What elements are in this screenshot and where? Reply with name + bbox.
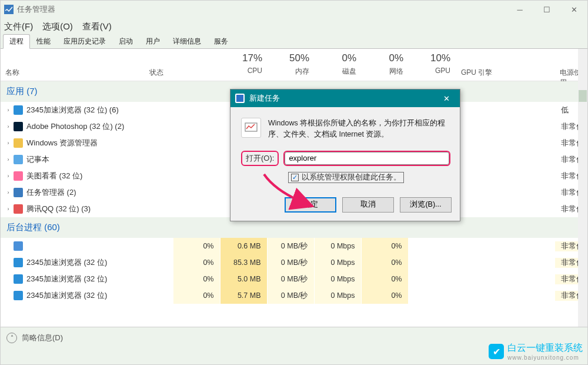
- col-cpu[interactable]: 17%CPU: [221, 49, 268, 81]
- process-icon: [14, 188, 23, 197]
- process-icon: [14, 171, 23, 181]
- expand-icon[interactable]: ›: [1, 140, 11, 146]
- process-name: 2345加速浏览器 (32 位) (6): [26, 105, 238, 115]
- expand-icon[interactable]: ›: [1, 206, 11, 212]
- col-name[interactable]: 名称: [1, 49, 145, 81]
- watermark: ✔ 白云一键重装系统 www.baiyunxitong.com: [489, 342, 583, 361]
- tab-performance[interactable]: 性能: [30, 34, 57, 48]
- expand-icon[interactable]: ›: [1, 157, 11, 162]
- svg-rect-1: [236, 95, 243, 102]
- browse-button[interactable]: 浏览(B)...: [400, 197, 452, 213]
- menu-options[interactable]: 选项(O): [42, 21, 73, 32]
- process-icon: [14, 155, 23, 164]
- dialog-close-button[interactable]: ✕: [437, 94, 455, 103]
- process-icon: [14, 291, 23, 300]
- process-icon: [14, 138, 23, 148]
- tab-services[interactable]: 服务: [208, 34, 235, 48]
- col-net[interactable]: 0%网络: [362, 49, 409, 81]
- column-headers: 名称 状态 17%CPU 50%内存 0%磁盘 0%网络 10%GPU GPU …: [1, 49, 587, 81]
- menu-bar: 文件(F) 选项(O) 查看(V): [1, 18, 587, 35]
- run-icon: [241, 118, 261, 138]
- col-gpu-engine[interactable]: GPU 引擎: [456, 49, 555, 81]
- cancel-button[interactable]: 取消: [342, 197, 394, 213]
- menu-file[interactable]: 文件(F): [4, 21, 33, 32]
- process-icon: [14, 105, 23, 115]
- app-icon: [4, 5, 14, 14]
- open-label: 打开(O):: [241, 151, 279, 166]
- process-icon: [14, 241, 23, 251]
- col-gpu[interactable]: 10%GPU: [409, 49, 456, 81]
- expand-icon[interactable]: ›: [1, 173, 11, 179]
- process-icon: [14, 122, 23, 131]
- dialog-title-bar[interactable]: 新建任务 ✕: [230, 89, 460, 107]
- process-name: Adobe Photoshop (32 位) (2): [26, 121, 238, 132]
- tab-processes[interactable]: 进程: [3, 34, 30, 49]
- title-bar[interactable]: 任务管理器 ─ ☐ ✕: [1, 1, 587, 18]
- process-name: 2345加速浏览器 (32 位): [26, 257, 173, 268]
- process-name: 任务管理器 (2): [26, 187, 238, 198]
- process-name: 2345加速浏览器 (32 位): [26, 290, 173, 301]
- dialog-icon: [235, 94, 245, 103]
- admin-label: 以系统管理权限创建此任务。: [302, 172, 401, 182]
- dialog-title: 新建任务: [249, 93, 280, 104]
- col-mem[interactable]: 50%内存: [268, 49, 315, 81]
- scrollbar-thumb[interactable]: [579, 90, 587, 102]
- expand-icon[interactable]: ›: [1, 124, 11, 130]
- svg-rect-0: [4, 5, 14, 14]
- tab-startup[interactable]: 启动: [112, 34, 139, 48]
- watermark-icon: ✔: [489, 344, 504, 359]
- process-name: 腾讯QQ (32 位) (3): [26, 204, 238, 214]
- tab-users[interactable]: 用户: [139, 34, 166, 48]
- col-status[interactable]: 状态: [145, 49, 221, 81]
- process-row[interactable]: 0%0.6 MB0 MB/秒0 Mbps0%非常低: [1, 238, 587, 254]
- expand-icon[interactable]: ›: [1, 107, 11, 113]
- tab-details[interactable]: 详细信息: [166, 34, 208, 48]
- tab-bar: 进程 性能 应用历史记录 启动 用户 详细信息 服务: [1, 35, 587, 49]
- menu-view[interactable]: 查看(V): [82, 21, 112, 32]
- expand-icon[interactable]: ›: [1, 190, 11, 195]
- scrollbar[interactable]: [578, 49, 587, 327]
- open-input[interactable]: [285, 152, 449, 165]
- task-manager-window: 任务管理器 ─ ☐ ✕ 文件(F) 选项(O) 查看(V) 进程 性能 应用历史…: [0, 0, 588, 365]
- close-button[interactable]: ✕: [560, 1, 587, 18]
- simple-info-button[interactable]: 简略信息(D): [22, 333, 63, 343]
- process-row[interactable]: 2345加速浏览器 (32 位)0%85.3 MB0 MB/秒0 Mbps0%非…: [1, 254, 587, 271]
- process-name: 美图看看 (32 位): [26, 171, 238, 181]
- col-disk[interactable]: 0%磁盘: [315, 49, 362, 81]
- dialog-message: Windows 将根据你所键入的名称，为你打开相应的程序、文件夹、文档或 Int…: [268, 118, 449, 140]
- process-name: 2345加速浏览器 (32 位): [26, 274, 173, 284]
- process-row[interactable]: 2345加速浏览器 (32 位)0%5.7 MB0 MB/秒0 Mbps0%非常…: [1, 287, 587, 304]
- maximize-button[interactable]: ☐: [533, 1, 560, 18]
- process-icon: [14, 274, 23, 284]
- process-name: 记事本: [26, 154, 238, 165]
- ok-button[interactable]: 确定: [285, 197, 336, 213]
- window-title: 任务管理器: [17, 4, 584, 15]
- minimize-button[interactable]: ─: [506, 1, 533, 18]
- admin-checkbox[interactable]: ✓: [291, 174, 299, 181]
- process-icon: [14, 204, 23, 214]
- tab-history[interactable]: 应用历史记录: [57, 34, 112, 48]
- collapse-icon[interactable]: ˄: [6, 333, 17, 343]
- process-icon: [14, 258, 23, 267]
- process-name: Windows 资源管理器: [26, 138, 238, 148]
- process-row[interactable]: 2345加速浏览器 (32 位)0%5.0 MB0 MB/秒0 Mbps0%非常…: [1, 271, 587, 287]
- run-dialog: 新建任务 ✕ Windows 将根据你所键入的名称，为你打开相应的程序、文件夹、…: [230, 89, 460, 221]
